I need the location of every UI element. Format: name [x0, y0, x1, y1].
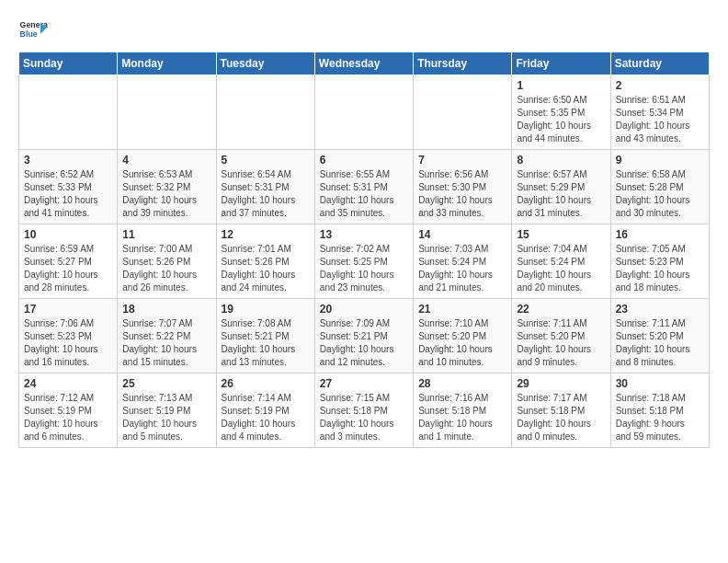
day-info: Sunrise: 7:05 AM Sunset: 5:23 PM Dayligh… [616, 243, 704, 294]
day-number: 21 [418, 303, 506, 316]
day-number: 28 [418, 377, 506, 390]
day-info: Sunrise: 6:56 AM Sunset: 5:30 PM Dayligh… [418, 168, 506, 220]
week-row-4: 17Sunrise: 7:06 AM Sunset: 5:23 PM Dayli… [19, 299, 710, 373]
day-number: 19 [222, 303, 310, 316]
day-number: 17 [24, 303, 112, 316]
day-cell: 19Sunrise: 7:08 AM Sunset: 5:21 PM Dayli… [216, 299, 314, 373]
weekday-header-monday: Monday [118, 52, 216, 75]
day-cell: 23Sunrise: 7:11 AM Sunset: 5:20 PM Dayli… [610, 299, 709, 373]
day-number: 6 [320, 154, 408, 167]
day-number: 18 [122, 303, 210, 316]
day-cell: 15Sunrise: 7:04 AM Sunset: 5:24 PM Dayli… [512, 224, 610, 299]
day-info: Sunrise: 6:57 AM Sunset: 5:29 PM Dayligh… [517, 168, 605, 220]
day-info: Sunrise: 7:17 AM Sunset: 5:18 PM Dayligh… [517, 392, 605, 443]
day-cell: 24Sunrise: 7:12 AM Sunset: 5:19 PM Dayli… [19, 373, 118, 448]
day-cell: 9Sunrise: 6:58 AM Sunset: 5:28 PM Daylig… [610, 150, 709, 224]
day-cell [19, 75, 118, 150]
calendar-table: SundayMondayTuesdayWednesdayThursdayFrid… [18, 52, 710, 448]
day-info: Sunrise: 7:01 AM Sunset: 5:26 PM Dayligh… [222, 243, 310, 294]
day-cell: 2Sunrise: 6:51 AM Sunset: 5:34 PM Daylig… [610, 75, 709, 150]
day-cell: 3Sunrise: 6:52 AM Sunset: 5:33 PM Daylig… [19, 150, 118, 224]
day-info: Sunrise: 7:13 AM Sunset: 5:19 PM Dayligh… [122, 392, 210, 443]
week-row-3: 10Sunrise: 6:59 AM Sunset: 5:27 PM Dayli… [19, 224, 710, 299]
day-info: Sunrise: 7:14 AM Sunset: 5:19 PM Dayligh… [222, 392, 310, 443]
day-cell: 5Sunrise: 6:54 AM Sunset: 5:31 PM Daylig… [216, 150, 314, 224]
svg-text:Blue: Blue [20, 29, 38, 39]
day-info: Sunrise: 6:53 AM Sunset: 5:32 PM Dayligh… [122, 168, 210, 220]
day-cell: 20Sunrise: 7:09 AM Sunset: 5:21 PM Dayli… [314, 299, 413, 373]
day-cell: 10Sunrise: 6:59 AM Sunset: 5:27 PM Dayli… [19, 224, 118, 299]
day-info: Sunrise: 7:07 AM Sunset: 5:22 PM Dayligh… [122, 317, 210, 369]
day-cell: 17Sunrise: 7:06 AM Sunset: 5:23 PM Dayli… [19, 299, 118, 373]
day-number: 2 [616, 79, 704, 92]
day-info: Sunrise: 6:51 AM Sunset: 5:34 PM Dayligh… [616, 94, 704, 145]
day-number: 23 [616, 303, 704, 316]
day-cell: 26Sunrise: 7:14 AM Sunset: 5:19 PM Dayli… [216, 373, 314, 448]
week-row-2: 3Sunrise: 6:52 AM Sunset: 5:33 PM Daylig… [19, 150, 710, 224]
day-number: 9 [616, 154, 704, 167]
header: General Blue [18, 15, 710, 44]
day-cell [414, 75, 512, 150]
day-number: 27 [320, 377, 408, 390]
logo-icon: General Blue [18, 15, 48, 44]
day-number: 20 [320, 303, 408, 316]
day-info: Sunrise: 6:59 AM Sunset: 5:27 PM Dayligh… [24, 243, 112, 294]
day-info: Sunrise: 7:09 AM Sunset: 5:21 PM Dayligh… [320, 317, 408, 369]
day-cell [314, 75, 413, 150]
day-number: 24 [24, 377, 112, 390]
weekday-header-friday: Friday [512, 52, 610, 75]
day-info: Sunrise: 7:00 AM Sunset: 5:26 PM Dayligh… [122, 243, 210, 294]
day-cell: 7Sunrise: 6:56 AM Sunset: 5:30 PM Daylig… [414, 150, 512, 224]
day-info: Sunrise: 7:16 AM Sunset: 5:18 PM Dayligh… [418, 392, 506, 443]
day-number: 22 [517, 303, 605, 316]
day-info: Sunrise: 7:02 AM Sunset: 5:25 PM Dayligh… [320, 243, 408, 294]
day-number: 11 [122, 228, 210, 241]
day-cell: 13Sunrise: 7:02 AM Sunset: 5:25 PM Dayli… [314, 224, 413, 299]
day-number: 16 [616, 228, 704, 241]
day-cell: 28Sunrise: 7:16 AM Sunset: 5:18 PM Dayli… [414, 373, 512, 448]
day-info: Sunrise: 6:54 AM Sunset: 5:31 PM Dayligh… [222, 168, 310, 220]
day-cell: 14Sunrise: 7:03 AM Sunset: 5:24 PM Dayli… [414, 224, 512, 299]
day-cell [118, 75, 216, 150]
day-cell: 30Sunrise: 7:18 AM Sunset: 5:18 PM Dayli… [610, 373, 709, 448]
day-info: Sunrise: 6:55 AM Sunset: 5:31 PM Dayligh… [320, 168, 408, 220]
day-info: Sunrise: 7:04 AM Sunset: 5:24 PM Dayligh… [517, 243, 605, 294]
day-number: 3 [24, 154, 112, 167]
day-cell: 8Sunrise: 6:57 AM Sunset: 5:29 PM Daylig… [512, 150, 610, 224]
day-cell [216, 75, 314, 150]
weekday-header-row: SundayMondayTuesdayWednesdayThursdayFrid… [19, 52, 710, 75]
day-cell: 6Sunrise: 6:55 AM Sunset: 5:31 PM Daylig… [314, 150, 413, 224]
day-number: 10 [24, 228, 112, 241]
day-cell: 16Sunrise: 7:05 AM Sunset: 5:23 PM Dayli… [610, 224, 709, 299]
day-cell: 22Sunrise: 7:11 AM Sunset: 5:20 PM Dayli… [512, 299, 610, 373]
day-cell: 12Sunrise: 7:01 AM Sunset: 5:26 PM Dayli… [216, 224, 314, 299]
day-info: Sunrise: 7:15 AM Sunset: 5:18 PM Dayligh… [320, 392, 408, 443]
day-info: Sunrise: 7:06 AM Sunset: 5:23 PM Dayligh… [24, 317, 112, 369]
day-info: Sunrise: 7:12 AM Sunset: 5:19 PM Dayligh… [24, 392, 112, 443]
day-info: Sunrise: 7:18 AM Sunset: 5:18 PM Dayligh… [616, 392, 704, 443]
day-cell: 29Sunrise: 7:17 AM Sunset: 5:18 PM Dayli… [512, 373, 610, 448]
day-info: Sunrise: 7:11 AM Sunset: 5:20 PM Dayligh… [517, 317, 605, 369]
weekday-header-thursday: Thursday [414, 52, 512, 75]
weekday-header-sunday: Sunday [19, 52, 118, 75]
day-number: 1 [517, 79, 605, 92]
day-number: 12 [222, 228, 310, 241]
day-info: Sunrise: 6:58 AM Sunset: 5:28 PM Dayligh… [616, 168, 704, 220]
day-number: 14 [418, 228, 506, 241]
day-info: Sunrise: 6:50 AM Sunset: 5:35 PM Dayligh… [517, 94, 605, 145]
day-number: 5 [222, 154, 310, 167]
weekday-header-saturday: Saturday [610, 52, 709, 75]
day-cell: 21Sunrise: 7:10 AM Sunset: 5:20 PM Dayli… [414, 299, 512, 373]
day-cell: 4Sunrise: 6:53 AM Sunset: 5:32 PM Daylig… [118, 150, 216, 224]
day-number: 26 [222, 377, 310, 390]
day-number: 25 [122, 377, 210, 390]
day-cell: 25Sunrise: 7:13 AM Sunset: 5:19 PM Dayli… [118, 373, 216, 448]
day-number: 13 [320, 228, 408, 241]
day-info: Sunrise: 6:52 AM Sunset: 5:33 PM Dayligh… [24, 168, 112, 220]
day-cell: 11Sunrise: 7:00 AM Sunset: 5:26 PM Dayli… [118, 224, 216, 299]
logo: General Blue [18, 15, 51, 44]
day-info: Sunrise: 7:03 AM Sunset: 5:24 PM Dayligh… [418, 243, 506, 294]
day-number: 7 [418, 154, 506, 167]
weekday-header-tuesday: Tuesday [216, 52, 314, 75]
day-number: 8 [517, 154, 605, 167]
